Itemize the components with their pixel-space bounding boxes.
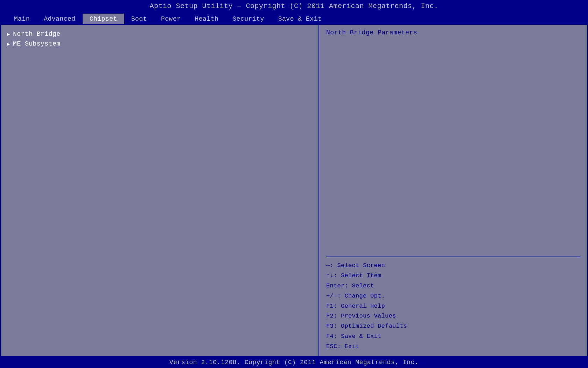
key-binding: F2: Previous Values — [326, 311, 580, 321]
main-content: ▶North Bridge▶ME Subsystem North Bridge … — [0, 24, 588, 357]
key-binding: F3: Optimized Defaults — [326, 321, 580, 332]
nav-tab-boot[interactable]: Boot — [124, 14, 154, 24]
title-text: Aptio Setup Utility – Copyright (C) 2011… — [149, 2, 438, 10]
menu-item-label: ME Subsystem — [13, 40, 61, 47]
nav-tab-chipset[interactable]: Chipset — [83, 14, 124, 24]
key-binding: Enter: Select — [326, 281, 580, 291]
nav-tab-power[interactable]: Power — [154, 14, 188, 24]
nav-tab-advanced[interactable]: Advanced — [37, 14, 82, 24]
key-binding: F1: General Help — [326, 301, 580, 312]
arrow-icon: ▶ — [7, 41, 10, 47]
key-help: ↔: Select Screen↑↓: Select ItemEnter: Se… — [326, 261, 580, 352]
menu-item-label: North Bridge — [13, 30, 61, 38]
left-panel: ▶North Bridge▶ME Subsystem — [1, 25, 319, 356]
help-title: North Bridge Parameters — [326, 29, 580, 36]
menu-item-me-subsystem[interactable]: ▶ME Subsystem — [4, 39, 315, 49]
nav-bar: MainAdvancedChipsetBootPowerHealthSecuri… — [0, 12, 588, 24]
key-binding: ESC: Exit — [326, 342, 580, 352]
menu-item-north-bridge[interactable]: ▶North Bridge — [4, 29, 315, 39]
bottom-bar: Version 2.10.1208. Copyright (C) 2011 Am… — [0, 357, 588, 368]
bottom-text: Version 2.10.1208. Copyright (C) 2011 Am… — [169, 359, 419, 366]
nav-tab-main[interactable]: Main — [7, 14, 37, 24]
help-divider — [326, 257, 580, 257]
nav-tab-health[interactable]: Health — [188, 14, 226, 24]
arrow-icon: ▶ — [7, 31, 10, 37]
help-description — [326, 40, 580, 253]
title-bar: Aptio Setup Utility – Copyright (C) 2011… — [0, 0, 588, 12]
nav-tab-save---exit[interactable]: Save & Exit — [271, 14, 329, 24]
key-binding: F4: Save & Exit — [326, 332, 580, 342]
key-binding: ↑↓: Select Item — [326, 271, 580, 281]
key-binding: ↔: Select Screen — [326, 261, 580, 271]
app: Aptio Setup Utility – Copyright (C) 2011… — [0, 0, 588, 368]
nav-tab-security[interactable]: Security — [225, 14, 271, 24]
right-panel: North Bridge Parameters ↔: Select Screen… — [319, 25, 587, 356]
key-binding: +/-: Change Opt. — [326, 291, 580, 301]
